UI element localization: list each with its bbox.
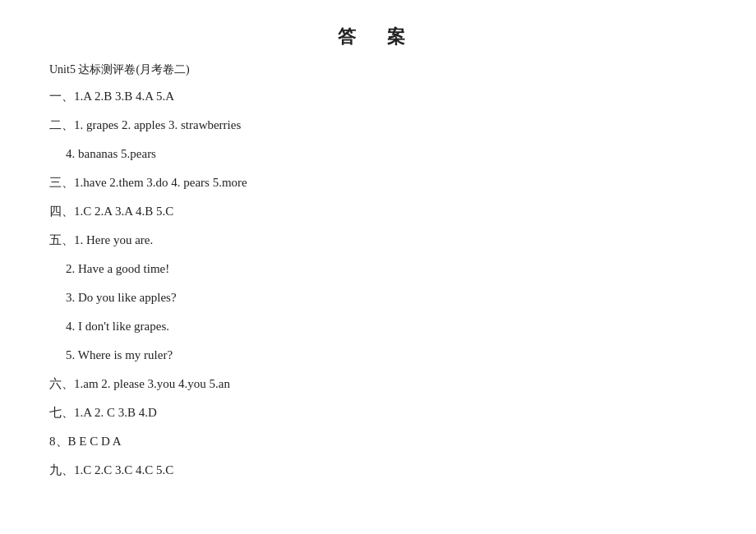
section-content: 5. Where is my ruler? xyxy=(66,348,173,361)
section-content: 4. bananas 5.pears xyxy=(66,147,156,160)
answer-line: 一、1.A 2.B 3.B 4.A 5.A xyxy=(49,85,707,108)
answer-line: 六、1.am 2. please 3.you 4.you 5.an xyxy=(49,373,707,395)
answer-line: 2. Have a good time! xyxy=(49,258,707,280)
answer-line: 3. Do you like apples? xyxy=(49,287,707,309)
section-content: 1.C 2.C 3.C 4.C 5.C xyxy=(74,463,173,476)
section-content: B E C D A xyxy=(68,435,122,448)
section-label: 二、 xyxy=(49,118,74,131)
section-label: 五、 xyxy=(49,233,74,246)
section-label: 三、 xyxy=(49,176,74,189)
answer-line: 七、1.A 2. C 3.B 4.D xyxy=(49,402,707,424)
section-content: 1.A 2.B 3.B 4.A 5.A xyxy=(74,90,174,103)
answer-line: 5. Where is my ruler? xyxy=(49,344,707,366)
section-label: 一、 xyxy=(49,90,74,103)
section-label: 四、 xyxy=(49,205,74,218)
section-content: 1.A 2. C 3.B 4.D xyxy=(74,406,157,419)
section-label: 九、 xyxy=(49,463,74,476)
answer-line: 五、1. Here you are. xyxy=(49,229,707,251)
answer-line: 四、1.C 2.A 3.A 4.B 5.C xyxy=(49,200,707,223)
page-title: 答 案 xyxy=(49,25,707,49)
section-content: 1.am 2. please 3.you 4.you 5.an xyxy=(74,377,230,390)
subtitle: Unit5 达标测评卷(月考卷二) xyxy=(49,62,707,77)
section-label: 七、 xyxy=(49,406,74,419)
section-content: 2. Have a good time! xyxy=(66,262,169,275)
section-content: 4. I don't like grapes. xyxy=(66,320,169,333)
section-content: 3. Do you like apples? xyxy=(66,291,177,304)
answer-line: 8、B E C D A xyxy=(49,430,707,453)
answer-line: 4. bananas 5.pears xyxy=(49,143,707,165)
answer-line: 4. I don't like grapes. xyxy=(49,315,707,338)
section-content: 1.have 2.them 3.do 4. pears 5.more xyxy=(74,176,247,189)
section-content: 1. Here you are. xyxy=(74,233,153,246)
section-label: 六、 xyxy=(49,377,74,390)
answer-line: 二、1. grapes 2. apples 3. strawberries xyxy=(49,114,707,136)
section-content: 1.C 2.A 3.A 4.B 5.C xyxy=(74,205,173,218)
section-label: 8、 xyxy=(49,435,68,448)
section-content: 1. grapes 2. apples 3. strawberries xyxy=(74,118,241,131)
answer-line: 三、1.have 2.them 3.do 4. pears 5.more xyxy=(49,172,707,194)
answer-line: 九、1.C 2.C 3.C 4.C 5.C xyxy=(49,459,707,481)
